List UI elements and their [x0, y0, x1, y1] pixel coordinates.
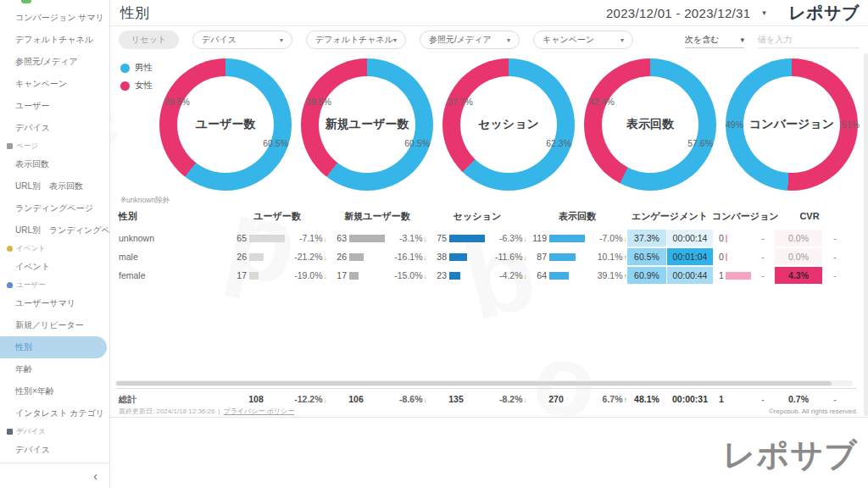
metric-bar-track	[249, 267, 285, 284]
chevron-down-icon: ▾	[280, 36, 283, 44]
delta-value: 10.1%↑	[585, 248, 627, 265]
app-window: コンバージョン サマリデフォルトチャネル参照元/メディアキャンペーンユーザーデバ…	[0, 0, 868, 488]
legend-label: 女性	[135, 80, 153, 92]
reset-filters-button[interactable]: リセット	[119, 30, 179, 49]
sidebar-item[interactable]: 参照元/メディア	[0, 51, 109, 73]
donut-label-right: 57.6%	[687, 138, 713, 148]
filter-value-input[interactable]	[758, 31, 860, 48]
filter-dropdown[interactable]: デフォルトチャネル▾	[306, 30, 406, 49]
sidebar-item[interactable]: 年齢	[0, 358, 109, 380]
horizontal-scrollbar[interactable]	[115, 380, 853, 386]
device-icon	[7, 429, 13, 435]
filter-dropdown-label: デバイス	[202, 34, 236, 46]
totals-value: 106	[327, 391, 385, 407]
metric-bar-track	[449, 230, 485, 247]
filter-dropdown[interactable]: 参照元/メディア▾	[420, 30, 520, 49]
delta-percent: -7.0%	[599, 233, 622, 243]
sidebar-item[interactable]: コンバージョン サマリ	[0, 7, 109, 29]
filter-dropdown[interactable]: キャンペーン▾	[533, 30, 633, 49]
totals-engagement-rate: 48.1%	[627, 391, 666, 407]
delta-percent: 39.1%	[598, 270, 623, 280]
sidebar-item[interactable]: イベント	[0, 256, 109, 278]
sidebar-item[interactable]: URL別 表示回数	[0, 175, 109, 197]
table-row: female17-19.0%↓17-15.0%↓23-4.2%↓6439.1%↑…	[117, 267, 848, 284]
sidebar-section-header: ユーザー	[0, 278, 109, 292]
match-condition-dropdown[interactable]: 次を含む ▾	[685, 31, 744, 48]
filter-dropdowns: デバイス▾デフォルトチャネル▾参照元/メディア▾キャンペーン▾	[192, 30, 633, 49]
sidebar-section-label: デバイス	[16, 424, 46, 439]
gender-donut-charts: 男性 女性 ユーザー数39.5%60.5%新規ユーザー数39.5%60.5%セッ…	[110, 53, 868, 206]
horizontal-scrollbar-thumb[interactable]	[116, 381, 832, 385]
delta-percent: -12.2%	[294, 394, 322, 404]
totals-value: 108	[227, 391, 285, 407]
sidebar-item-selected[interactable]: 性別	[0, 336, 107, 358]
conversion-value: 0	[719, 230, 724, 247]
sidebar-item[interactable]: キャンペーン	[0, 73, 109, 95]
metric-bar-track	[349, 267, 385, 284]
delta-value: 6.7%↑	[585, 391, 627, 407]
sidebar-section-label: イベント	[16, 241, 46, 256]
engagement-rate-cell: 37.3%	[627, 230, 666, 247]
report-fineprint: 最終更新日: 2024/1/18 12:36:26 | プライバシー ポリシー …	[119, 406, 858, 416]
delta-percent: -21.2%	[294, 252, 322, 262]
sidebar-item[interactable]: デフォルトチャネル	[0, 29, 109, 51]
column-header-dimension: 性別	[117, 210, 227, 223]
metric-bar-track	[249, 248, 285, 265]
delta-value: -7.1%↓	[285, 230, 327, 247]
privacy-policy-link[interactable]: プライバシー ポリシー	[223, 407, 294, 416]
delta-percent: -8.2%	[499, 394, 522, 404]
exclusion-note: ※unknown除外	[120, 196, 170, 206]
column-header: ユーザー数	[227, 210, 327, 223]
delta-value: -7.0%↓	[585, 230, 627, 247]
totals-cvr-delta: -	[822, 391, 848, 407]
vertical-scrollbar[interactable]	[864, 53, 868, 416]
metric-value: 26	[327, 248, 349, 265]
metric-bar	[449, 272, 460, 280]
sidebar-item[interactable]: 表示回数	[0, 153, 109, 175]
delta-percent: -16.1%	[394, 252, 422, 262]
sidebar-item[interactable]: デバイス	[0, 439, 109, 461]
donut-label-left: 39.5%	[306, 97, 331, 107]
metric-value: 63	[327, 230, 349, 247]
sidebar-item[interactable]: 性別×年齢	[0, 380, 109, 402]
collapse-sidebar-icon[interactable]: ‹	[93, 469, 97, 483]
delta-percent: -7.1%	[299, 233, 322, 243]
sidebar-item[interactable]: URL別 ランディングページ	[0, 219, 109, 241]
metric-value: 38	[427, 248, 449, 265]
metric-bar	[549, 235, 585, 242]
sidebar-item[interactable]: ランディングページ	[0, 197, 109, 219]
date-range-value: 2023/12/01 - 2023/12/31	[606, 6, 750, 20]
conversion-value: 1	[719, 267, 724, 284]
donut-row: ユーザー数39.5%60.5%新規ユーザー数39.5%60.5%セッション37.…	[159, 58, 858, 191]
chevron-down-icon: ▾	[762, 8, 766, 17]
sidebar-item[interactable]: ユーザー	[0, 95, 109, 117]
conversion-bar	[726, 253, 727, 261]
conversion-cell: 1	[714, 267, 751, 284]
engagement-time-cell: 00:00:14	[667, 230, 713, 247]
event-icon	[7, 246, 13, 252]
totals-label: 総計	[117, 391, 227, 407]
metric-value: 65	[227, 230, 249, 247]
donut-title: コンバージョン	[726, 117, 858, 132]
column-header: コンバージョン	[712, 210, 773, 223]
donut-label-left: 49%	[726, 119, 743, 130]
legend-item-female: 女性	[120, 80, 153, 92]
footer-logo: レポサブ	[722, 434, 858, 477]
sidebar-item[interactable]: デバイス	[0, 117, 109, 139]
delta-percent: -8.6%	[399, 394, 422, 404]
last-updated-text: 最終更新日: 2024/1/18 12:36:26	[119, 407, 214, 416]
delta-value: 39.1%↑	[585, 267, 627, 284]
engagement-rate-cell: 60.9%	[627, 267, 666, 284]
metric-bar-track	[449, 267, 485, 284]
donut-chart: コンバージョン49%51%	[726, 58, 858, 191]
date-range-picker[interactable]: 2023/12/01 - 2023/12/31 ▾	[606, 6, 766, 20]
filter-dropdown[interactable]: デバイス▾	[192, 30, 292, 49]
conversion-delta: -	[751, 230, 775, 247]
chevron-down-icon: ▾	[393, 36, 397, 44]
sidebar-item[interactable]: 新規／リピーター	[0, 314, 109, 336]
sidebar-item[interactable]: インタレスト カテゴリ	[0, 402, 109, 424]
totals-section: 総計108-12.2%↓106-8.6%↓135-8.2%↓2706.7%↑48…	[117, 388, 856, 407]
donut-label-left: 37.7%	[448, 97, 473, 107]
cvr-delta: -	[822, 230, 848, 247]
sidebar-item[interactable]: ユーザーサマリ	[0, 292, 109, 314]
